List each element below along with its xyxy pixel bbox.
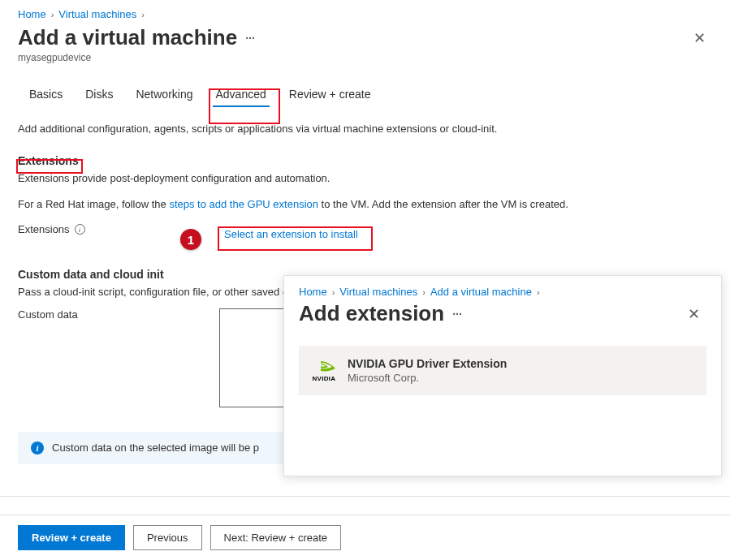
extensions-heading: Extensions	[18, 154, 712, 167]
more-icon[interactable]: ···	[452, 308, 462, 321]
info-bar-text: Custom data on the selected image will b…	[52, 442, 259, 454]
panel-title: Add extension ···	[299, 301, 462, 326]
breadcrumb-vms[interactable]: Virtual machines	[339, 286, 417, 298]
tabs: Basics Disks Networking Advanced Review …	[18, 83, 712, 107]
tab-disks[interactable]: Disks	[74, 83, 124, 107]
chevron-right-icon: ›	[537, 287, 540, 297]
tab-basics[interactable]: Basics	[18, 83, 74, 107]
tab-advanced[interactable]: Advanced	[205, 83, 278, 107]
more-icon[interactable]: ···	[245, 32, 255, 45]
chevron-right-icon: ›	[332, 287, 335, 297]
chevron-right-icon: ›	[422, 287, 425, 297]
breadcrumb-home[interactable]: Home	[299, 286, 327, 298]
custom-data-field-label: Custom data	[18, 308, 78, 321]
extensions-field-label: Extensions	[18, 223, 70, 235]
redhat-text-suffix: to the VM. Add the extension after the V…	[318, 198, 568, 210]
redhat-text-prefix: For a Red Hat image, follow the	[18, 198, 169, 210]
chevron-right-icon: ›	[51, 10, 54, 19]
select-extension-link[interactable]: Select an extension to install	[221, 223, 361, 245]
previous-button[interactable]: Previous	[133, 525, 202, 550]
page-title-text: Add a virtual machine	[18, 25, 237, 50]
extension-name: NVIDIA GPU Driver Extension	[348, 357, 507, 370]
callout-badge-1: 1	[180, 229, 201, 250]
next-button[interactable]: Next: Review + create	[210, 525, 342, 550]
footer-buttons: Review + create Previous Next: Review + …	[0, 515, 730, 560]
nvidia-extension-card[interactable]: NVIDIA NVIDIA GPU Driver Extension Micro…	[299, 346, 706, 395]
info-icon[interactable]: i	[75, 224, 85, 235]
tab-networking[interactable]: Networking	[124, 83, 204, 107]
info-icon: i	[31, 442, 44, 454]
breadcrumb-add-vm[interactable]: Add a virtual machine	[430, 286, 532, 298]
chevron-right-icon: ›	[141, 10, 145, 19]
review-create-button[interactable]: Review + create	[18, 525, 125, 550]
breadcrumb-home[interactable]: Home	[18, 8, 46, 20]
tab-description: Add additional configuration, agents, sc…	[18, 122, 712, 136]
resource-name: myasegpudevice	[18, 52, 712, 63]
breadcrumb: Home › Virtual machines ›	[18, 8, 712, 20]
add-extension-panel: Home › Virtual machines › Add a virtual …	[283, 275, 722, 476]
extensions-description: Extensions provide post-deployment confi…	[18, 170, 712, 187]
breadcrumb: Home › Virtual machines › Add a virtual …	[299, 286, 706, 298]
gpu-extension-link[interactable]: steps to add the GPU extension	[169, 198, 318, 210]
breadcrumb-vms[interactable]: Virtual machines	[58, 8, 136, 20]
close-icon[interactable]: ✕	[681, 302, 706, 326]
tab-review[interactable]: Review + create	[278, 83, 382, 107]
page-title: Add a virtual machine ···	[18, 25, 255, 50]
close-icon[interactable]: ✕	[687, 26, 712, 50]
nvidia-logo-icon: NVIDIA	[312, 359, 336, 382]
extension-publisher: Microsoft Corp.	[348, 372, 507, 384]
